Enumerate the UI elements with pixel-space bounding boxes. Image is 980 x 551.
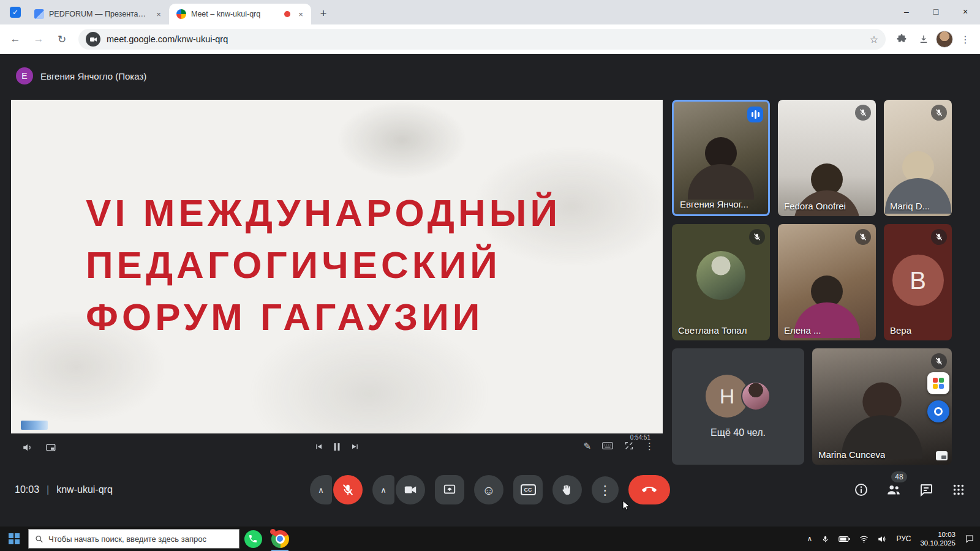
extensions-puzzle-icon[interactable] [892,29,911,49]
browser-toolbar: ← → ↻ meet.google.com/knw-ukui-qrq ☆ ⋮ [0,24,980,54]
participant-name: Fedora Onofrei [784,201,846,211]
player-prev-icon[interactable] [314,442,323,451]
downloads-icon[interactable] [914,29,933,49]
bookmark-star-icon[interactable]: ☆ [870,34,878,45]
camera-in-use-icon[interactable] [86,32,100,47]
start-button[interactable] [0,527,28,551]
minimize-button[interactable]: – [892,0,921,23]
taskbar-time: 10:03 [938,530,956,539]
maximize-button[interactable]: □ [921,0,951,23]
language-indicator[interactable]: РУС [896,534,911,543]
camera-toggle-button[interactable] [396,475,425,504]
participant-tile[interactable]: Mariq D... [884,100,952,216]
fullscreen-icon[interactable] [624,441,634,451]
tab-close-icon[interactable]: × [153,9,164,20]
mic-toggle-button[interactable] [333,475,363,504]
tab-meet[interactable]: Meet – knw-ukui-qrq × [169,4,311,24]
show-everyone-button[interactable]: 48 [886,482,902,498]
more-options-button[interactable]: ⋮ [592,476,619,503]
meet-favicon [176,9,186,19]
present-screen-button[interactable] [435,475,464,504]
participant-name: Вера [890,325,911,335]
participant-tile[interactable]: Елена ... [778,224,876,340]
browser-menu-icon[interactable]: ⋮ [956,29,975,49]
activities-button[interactable] [951,482,967,498]
player-next-icon[interactable] [351,442,360,451]
chat-icon [919,482,933,497]
participant-tile[interactable]: Евгения Янчог... [672,100,770,216]
annotate-pen-icon[interactable]: ✎ [583,441,591,451]
participant-tile[interactable]: Fedora Onofrei [778,100,876,216]
close-button[interactable]: × [951,0,980,23]
pip-icon[interactable] [45,442,56,453]
end-call-button[interactable] [628,475,670,504]
speaker-icon[interactable] [22,442,33,453]
mic-off-icon [931,229,947,245]
tab-pedforum[interactable]: PEDFORUM — Презентация × [27,4,169,24]
network-icon[interactable] [859,535,869,543]
player-time: 0:54:51 [630,434,650,441]
participant-tile[interactable]: В Вера [884,224,952,340]
cc-icon: CC [521,484,536,495]
participant-name: Евгения Янчог... [680,199,748,209]
whatsapp-taskbar-button[interactable] [239,527,266,551]
presentation-controls: 0:54:51 [11,433,663,461]
recording-dot-icon [284,11,290,17]
captions-button[interactable]: CC [513,475,543,504]
hand-icon [561,484,573,496]
tray-expand-icon[interactable]: ∧ [807,534,813,543]
tile-pip-icon[interactable] [936,451,948,460]
new-tab-button[interactable]: + [315,5,332,22]
address-bar[interactable]: meet.google.com/knw-ukui-qrq ☆ [78,29,886,50]
search-icon [35,534,43,544]
speaking-indicator-icon [747,107,763,122]
keyboard-icon[interactable] [602,441,613,450]
battery-icon[interactable] [839,535,850,543]
call-end-icon [642,482,657,497]
presenter-avatar: E [16,67,33,84]
volume-icon[interactable] [878,535,887,543]
screen: ✓ PEDFORUM — Презентация × Meet – knw-uk… [0,0,980,551]
action-center-icon[interactable] [965,534,974,543]
mic-off-icon [931,353,947,369]
forward-button[interactable]: → [28,29,49,50]
back-button[interactable]: ← [5,29,26,50]
presentation-slide[interactable]: VI МЕЖДУНАРОДНЫЙ ПЕДАГОГИЧЕСКИЙ ФОРУМ ГА… [11,100,663,433]
profile-avatar[interactable] [936,31,953,48]
tab-close-icon[interactable]: × [295,9,306,20]
participant-photo-avatar [696,251,745,300]
search-input[interactable] [48,534,233,544]
meeting-details-button[interactable] [853,482,869,498]
chevron-up-icon: ∧ [318,485,324,495]
present-icon [443,483,456,497]
tray-mic-icon[interactable] [821,535,829,543]
taskbar-clock[interactable]: 10:03 30.10.2025 [920,530,956,547]
mic-off-icon [855,229,871,245]
participant-tile[interactable]: Светлана Топал [672,224,770,340]
grid-extension-icon [933,378,944,389]
system-tray: ∧ РУС 10:03 30.10.2025 [807,530,980,547]
tab-check-icon[interactable]: ✓ [10,7,21,18]
chat-button[interactable] [918,482,934,498]
raise-hand-button[interactable] [552,475,582,504]
mic-options-chevron[interactable]: ∧ [310,475,332,504]
participant-letter-avatar: В [892,255,944,306]
participant-grid: Евгения Янчог... Fedora Onofrei Mariq D.… [672,100,952,465]
check-icon: ✓ [12,8,18,17]
player-pause-icon[interactable] [334,443,340,451]
chevron-up-icon: ∧ [380,485,386,495]
reactions-button[interactable]: ☺ [474,475,503,504]
reload-button[interactable]: ↻ [51,29,72,50]
camera-options-chevron[interactable]: ∧ [372,475,394,504]
chrome-taskbar-button[interactable] [266,527,293,551]
url-text[interactable]: meet.google.com/knw-ukui-qrq [107,34,864,44]
player-more-icon[interactable]: ⋮ [645,441,654,451]
slide-title-line3: ФОРУМ ГАГАУЗИИ [86,291,561,343]
taskbar-search[interactable] [28,529,239,549]
extension-grid-button[interactable] [927,372,949,394]
overflow-participants-tile[interactable]: H Ещё 40 чел. [672,348,804,465]
whatsapp-icon [244,530,262,548]
extension-blue-button[interactable] [927,400,949,422]
smiley-icon: ☺ [482,484,495,497]
participant-video [688,137,754,200]
